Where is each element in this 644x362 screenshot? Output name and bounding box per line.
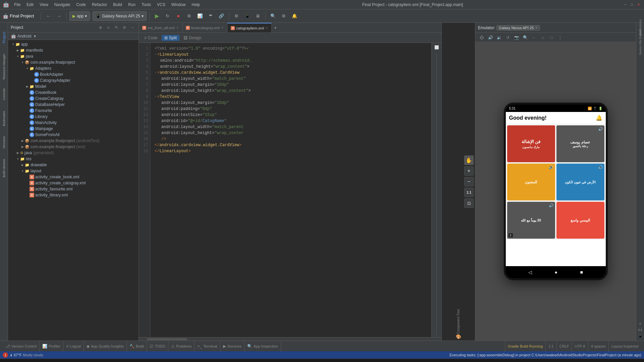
settings-button[interactable]: ⚙ <box>232 11 241 21</box>
nav-back-button[interactable]: ← <box>44 11 53 21</box>
status-version-control[interactable]: ⎇ Version Control <box>3 341 40 352</box>
book-card-6[interactable]: البيسي واسع <box>556 202 604 239</box>
tree-item-drawable[interactable]: ▶ 📁 drawable <box>8 162 139 168</box>
status-build[interactable]: 🔨 Build <box>127 341 147 352</box>
menu-code[interactable]: Code <box>73 2 89 8</box>
more-tabs-button[interactable]: ▾ <box>272 25 279 30</box>
more-controls-button[interactable]: ⋮ <box>556 34 564 41</box>
tree-item-somefromall[interactable]: ▶ C SomeFromAll <box>8 132 139 138</box>
tree-item-package[interactable]: ▾ 📦 com.example.finalproject <box>8 59 139 65</box>
run-config-selector[interactable]: ▶ app ▾ <box>69 11 90 21</box>
menu-build[interactable]: Build <box>110 2 125 8</box>
nav-forward-button[interactable]: → <box>54 11 64 21</box>
minimize-button[interactable]: ─ <box>623 2 628 7</box>
status-todo[interactable]: ☑ TODO <box>147 341 168 352</box>
zoom-in-button[interactable]: + <box>464 166 474 176</box>
tab-bookcatogray[interactable]: X bookcatogray.xml ✕ <box>182 23 227 33</box>
tree-item-createbook[interactable]: ▶ C CreateBook <box>8 89 139 96</box>
split-mode-button[interactable]: ⊞ Split <box>162 35 179 41</box>
touch-mode-button[interactable]: ✋ <box>464 156 474 165</box>
emulator-device-selector[interactable]: Galaxy Nexus API 25 ✕ <box>496 25 540 31</box>
volume-up-button[interactable]: 🔊 <box>487 34 494 41</box>
horizontal-scrollbar[interactable] <box>139 337 441 341</box>
fold-arrow-9[interactable]: ▾ <box>155 94 157 100</box>
stop-button[interactable]: ■ <box>174 11 183 21</box>
gradle-status[interactable]: Gradle Build Running <box>505 341 546 352</box>
tab-close-2[interactable]: ✕ <box>221 26 224 29</box>
bookmarks-icon[interactable]: Bookmarks <box>0 107 9 130</box>
fold-arrow-5[interactable]: ▾ <box>155 70 157 76</box>
panel-collapse-button[interactable]: ⇱ <box>113 24 120 31</box>
file-explorer[interactable]: 📁 <box>146 360 160 362</box>
add-panel-button[interactable]: + <box>637 320 644 327</box>
menu-tools[interactable]: Tools <box>139 2 154 8</box>
status-line-ending[interactable]: CRLF <box>556 341 572 352</box>
tree-item-library-xml[interactable]: ▶ X activity_library.xml <box>8 192 139 198</box>
zoom-out-button[interactable]: − <box>464 177 474 186</box>
fit-screen-button[interactable]: ⊡ <box>464 198 474 208</box>
zoom-reset-button[interactable]: 1:1 <box>464 188 474 197</box>
sync-button[interactable]: ⚙ <box>184 11 194 21</box>
screenshot-button[interactable]: 📷 <box>513 34 520 41</box>
tab-me-from-all[interactable]: X me_from_all.xml ✕ <box>139 23 182 33</box>
tree-item-app[interactable]: ▾ 📁 app <box>8 41 139 47</box>
menu-run[interactable]: Run <box>125 2 138 8</box>
tab-catograyitem[interactable]: X catograyitem.xml ✕ <box>227 23 272 33</box>
panel-config-button[interactable]: ⊕ <box>97 24 104 31</box>
tree-item-favourite[interactable]: ▶ C Favourite <box>8 108 139 114</box>
status-profiler[interactable]: 📊 Profiler <box>40 341 63 352</box>
tree-item-adapters[interactable]: ▾ 📁 Adapters <box>8 65 139 71</box>
refresh-button[interactable]: ↻ <box>163 11 172 21</box>
palette-toggle-icon[interactable]: 🎨 <box>456 334 461 339</box>
layout-inspector-button[interactable]: Layout Inspector <box>608 341 641 352</box>
updates-button[interactable]: 🔔 <box>290 11 299 21</box>
structure-icon[interactable]: Structure <box>0 131 9 154</box>
phone-home-button[interactable]: ● <box>555 269 557 275</box>
tree-item-model[interactable]: ▶ 📁 Model <box>8 83 139 89</box>
tree-item-res[interactable]: ▾ 📁 res <box>8 156 139 162</box>
edge-browser[interactable]: 🌐 <box>131 360 145 362</box>
tree-item-java-generated[interactable]: ▶ ⚙ java (generated) <box>8 150 139 156</box>
settings-gear-button[interactable]: ⚙ <box>279 11 288 21</box>
commits-icon[interactable]: Commits <box>0 82 9 106</box>
tree-item-catagrayadapter[interactable]: ▶ C CatograyAdapter <box>8 77 139 83</box>
tree-item-create-book-xml[interactable]: ▶ X activity_create_book.xml <box>8 174 139 180</box>
book-card-5[interactable]: 30 يوماً مع الله 🔊 2 <box>507 202 555 239</box>
profiler-button[interactable]: 📊 <box>195 11 205 21</box>
build-variants-icon[interactable]: Build Variants <box>0 155 9 182</box>
project-selector[interactable]: 🤖 Android ▾ <box>8 33 139 40</box>
tree-item-library[interactable]: ▶ C Library <box>8 114 139 120</box>
coverage-button[interactable]: ☂ <box>206 11 215 21</box>
overview-button[interactable]: □ <box>548 34 555 41</box>
status-app-inspection[interactable]: 🔍 App Inspection <box>245 341 281 352</box>
ratio-button[interactable]: 1:1 <box>636 328 644 332</box>
menu-help[interactable]: Help <box>189 2 203 8</box>
volume-down-button[interactable]: 🔉 <box>495 34 503 41</box>
start-button[interactable]: ⊞ <box>3 359 17 362</box>
device-config-selector[interactable]: 📱 Galaxy Nexus API 25 ▾ <box>93 11 146 21</box>
status-encoding[interactable]: UTF-8 <box>572 341 588 352</box>
code-editor[interactable]: <?xml version="1.0" encoding="utf-8"?> ✓… <box>151 43 431 337</box>
home-button[interactable]: ⌂ <box>539 34 546 41</box>
resource-manager-icon[interactable]: Resource Manager <box>0 52 9 82</box>
status-logcat[interactable]: ≡ Logcat <box>63 341 84 352</box>
status-terminal[interactable]: >_ Terminal <box>195 341 220 352</box>
maximize-button[interactable]: □ <box>629 2 635 7</box>
scroll-thumb[interactable] <box>147 338 187 340</box>
tab-close-1[interactable]: ✕ <box>176 26 179 29</box>
phone-back-button[interactable]: ◁ <box>528 269 532 275</box>
code-mode-button[interactable]: ≡ Code <box>142 35 160 41</box>
book-card-3[interactable]: المجنون 🔊 <box>507 164 555 200</box>
project-panel-icon[interactable]: Project <box>0 24 9 51</box>
fold-arrow-2[interactable]: ▾ <box>155 52 157 58</box>
tree-item-favourite-xml[interactable]: ▶ X activity_favourite.xml <box>8 186 139 192</box>
menu-navigate[interactable]: Navigate <box>52 2 73 8</box>
tree-item-create-catogray-xml[interactable]: ▶ X activity_create_catogray.xml <box>8 180 139 186</box>
tree-item-createcatogray[interactable]: ▶ C CreateCatogray <box>8 96 139 102</box>
run-button[interactable]: ▶ <box>152 11 162 21</box>
tree-item-manifests[interactable]: ▶ 📁 manifests <box>8 47 139 53</box>
menu-edit[interactable]: Edit <box>24 2 36 8</box>
tree-item-mainpage[interactable]: ▶ C Mainpage <box>8 126 139 132</box>
tree-item-androidtest[interactable]: ▶ 📦 com.example.finalproject (androidTes… <box>8 138 139 144</box>
status-ratio[interactable]: 1:1 <box>545 341 556 352</box>
